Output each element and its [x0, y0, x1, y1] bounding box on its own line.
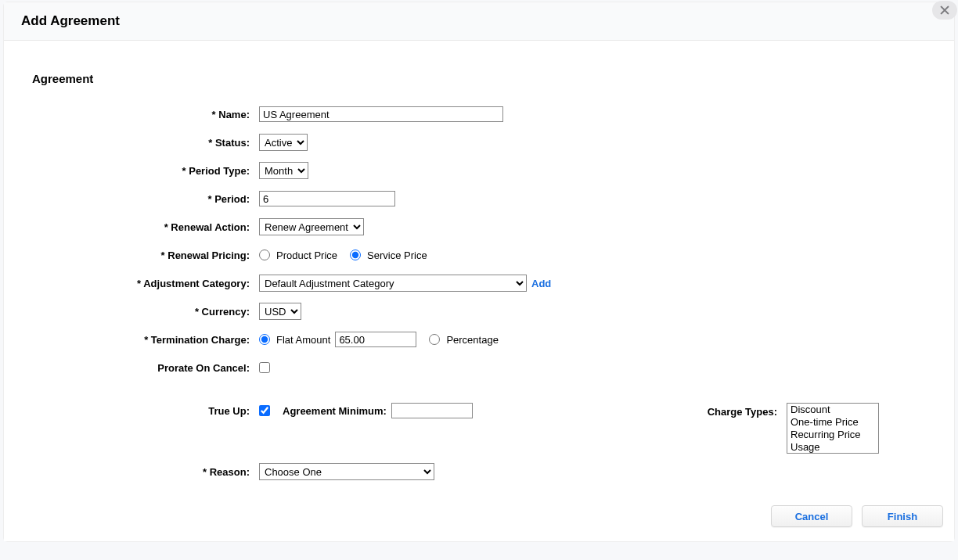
cancel-button[interactable]: Cancel: [771, 505, 852, 527]
termination-flat-input[interactable]: [335, 332, 416, 347]
charge-types-label: Charge Types:: [708, 403, 787, 418]
add-adjustment-link[interactable]: Add: [531, 278, 551, 289]
dialog-header: Add Agreement: [4, 2, 954, 41]
renewal-pricing-service-radio[interactable]: [350, 249, 361, 260]
list-item[interactable]: One-time Price: [787, 416, 878, 429]
renewal-action-label: Renewal Action:: [71, 221, 259, 233]
prorate-on-cancel-checkbox[interactable]: [259, 362, 270, 373]
list-item[interactable]: Usage: [787, 441, 878, 454]
add-agreement-dialog: Add Agreement Agreement Name: Status: Ac…: [3, 2, 955, 542]
period-type-select[interactable]: Month: [259, 162, 308, 179]
agreement-form: Name: Status: Active Period Type: Month: [32, 104, 926, 482]
termination-flat-label: Flat Amount: [276, 334, 330, 346]
termination-pct-radio[interactable]: [429, 334, 440, 345]
renewal-pricing-product-label: Product Price: [276, 249, 337, 261]
renewal-action-select[interactable]: Renew Agreement: [259, 218, 364, 235]
period-type-label: Period Type:: [71, 165, 259, 177]
renewal-pricing-label: Renewal Pricing:: [71, 249, 259, 261]
close-icon: [939, 5, 950, 16]
currency-select[interactable]: USD: [259, 303, 301, 320]
dialog-footer: Cancel Finish: [4, 497, 954, 541]
list-item[interactable]: Recurring Price: [787, 429, 878, 441]
adjustment-category-select[interactable]: Default Adjustment Category: [259, 275, 527, 292]
finish-button[interactable]: Finish: [862, 505, 943, 527]
prorate-on-cancel-label: Prorate On Cancel:: [71, 362, 259, 374]
termination-pct-label: Percentage: [446, 334, 499, 346]
adjustment-category-label: Adjustment Category:: [71, 278, 259, 289]
reason-select[interactable]: Choose One: [259, 463, 434, 480]
list-item[interactable]: Discount: [787, 404, 878, 416]
true-up-label: True Up:: [71, 405, 259, 417]
reason-label: Reason:: [71, 466, 259, 478]
true-up-checkbox[interactable]: [259, 405, 270, 416]
agreement-minimum-input[interactable]: [391, 403, 473, 418]
period-label: Period:: [71, 193, 259, 205]
agreement-minimum-label: Agreement Minimum:: [283, 405, 387, 417]
close-button[interactable]: [932, 1, 957, 20]
termination-charge-label: Termination Charge:: [71, 334, 259, 346]
section-title: Agreement: [32, 72, 926, 85]
dialog-title: Add Agreement: [21, 13, 937, 29]
renewal-pricing-product-radio[interactable]: [259, 249, 270, 260]
termination-flat-radio[interactable]: [259, 334, 270, 345]
name-label: Name:: [71, 109, 259, 120]
charge-types-listbox[interactable]: Discount One-time Price Recurring Price …: [787, 403, 879, 454]
renewal-pricing-service-label: Service Price: [367, 249, 427, 261]
status-select[interactable]: Active: [259, 134, 308, 151]
period-input[interactable]: [259, 191, 395, 206]
status-label: Status:: [71, 137, 259, 149]
name-input[interactable]: [259, 106, 503, 122]
currency-label: Currency:: [71, 306, 259, 318]
dialog-body: Agreement Name: Status: Active Period Ty…: [4, 41, 954, 497]
